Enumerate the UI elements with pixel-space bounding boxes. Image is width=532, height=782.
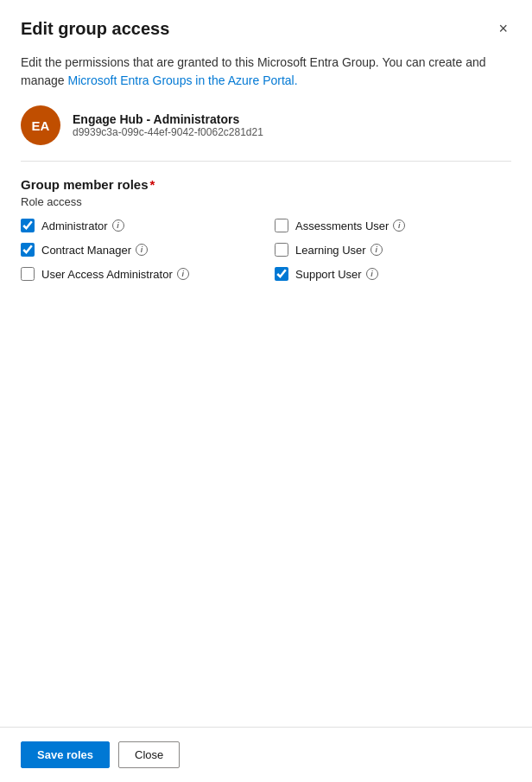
close-dialog-button[interactable]: Close: [118, 741, 180, 768]
divider: [21, 161, 511, 162]
role-label-support-user[interactable]: Support User i: [295, 268, 378, 281]
info-icon-learning-user: i: [370, 244, 383, 256]
info-icon-user-access-admin: i: [177, 268, 189, 280]
checkbox-wrapper-contract-manager[interactable]: [21, 243, 35, 257]
checkbox-wrapper-administrator[interactable]: [21, 219, 35, 232]
checkbox-assessments-user[interactable]: [275, 219, 288, 232]
role-item-user-access-admin: User Access Administrator i: [21, 267, 257, 281]
description-text: Edit the permissions that are granted to…: [21, 54, 511, 90]
dialog-body: Edit the permissions that are granted to…: [0, 54, 532, 727]
dialog-footer: Save roles Close: [0, 727, 532, 782]
role-item-administrator: Administrator i: [21, 219, 257, 232]
info-icon-administrator: i: [112, 219, 124, 232]
checkbox-support-user[interactable]: [275, 267, 288, 281]
role-access-label: Role access: [21, 195, 511, 208]
close-button[interactable]: ×: [495, 17, 511, 40]
save-roles-button[interactable]: Save roles: [21, 741, 110, 768]
roles-grid: Administrator i Assessments User i: [21, 219, 511, 281]
role-item-contract-manager: Contract Manager i: [21, 243, 257, 257]
role-label-user-access-admin[interactable]: User Access Administrator i: [41, 268, 189, 281]
checkbox-contract-manager[interactable]: [21, 243, 35, 257]
role-item-assessments-user: Assessments User i: [275, 219, 511, 232]
info-icon-contract-manager: i: [136, 244, 148, 256]
section-title: Group member roles*: [21, 177, 511, 192]
checkbox-administrator[interactable]: [21, 219, 35, 232]
group-id: d9939c3a-099c-44ef-9042-f0062c281d21: [73, 126, 263, 138]
info-icon-support-user: i: [366, 268, 378, 280]
group-details: Engage Hub - Administrators d9939c3a-099…: [73, 112, 263, 138]
role-label-assessments-user[interactable]: Assessments User i: [295, 219, 405, 232]
role-label-learning-user[interactable]: Learning User i: [295, 244, 383, 257]
dialog-title: Edit group access: [21, 19, 169, 39]
group-name: Engage Hub - Administrators: [73, 112, 263, 126]
group-avatar: EA: [21, 105, 60, 145]
role-item-learning-user: Learning User i: [275, 243, 511, 257]
checkbox-wrapper-user-access-admin[interactable]: [21, 267, 35, 281]
azure-portal-link[interactable]: Microsoft Entra Groups in the Azure Port…: [67, 73, 297, 87]
checkbox-learning-user[interactable]: [275, 243, 288, 257]
checkbox-wrapper-assessments-user[interactable]: [275, 219, 288, 232]
role-label-contract-manager[interactable]: Contract Manager i: [41, 244, 148, 257]
role-item-support-user: Support User i: [275, 267, 511, 281]
checkbox-user-access-admin[interactable]: [21, 267, 35, 281]
info-icon-assessments-user: i: [393, 219, 405, 232]
checkbox-wrapper-learning-user[interactable]: [275, 243, 288, 257]
edit-group-access-dialog: Edit group access × Edit the permissions…: [0, 0, 532, 782]
role-label-administrator[interactable]: Administrator i: [41, 219, 124, 232]
group-info: EA Engage Hub - Administrators d9939c3a-…: [21, 105, 511, 145]
required-star: *: [150, 177, 155, 192]
checkbox-wrapper-support-user[interactable]: [275, 267, 288, 281]
dialog-header: Edit group access ×: [0, 0, 532, 54]
